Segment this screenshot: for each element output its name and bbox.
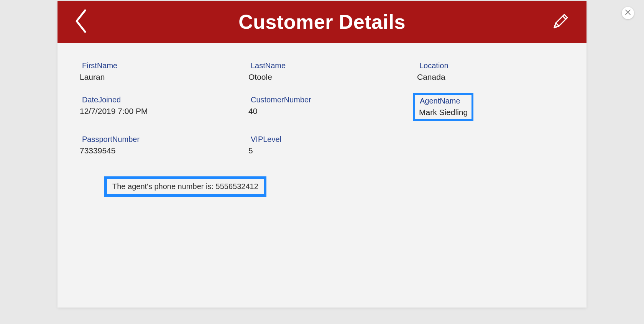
agent-phone-prefix: The agent's phone number is:: [112, 182, 216, 191]
close-button[interactable]: [622, 7, 634, 19]
agent-phone-text: The agent's phone number is: 5556532412: [112, 182, 258, 191]
page: Customer Details FirstName Lauran: [0, 0, 644, 324]
pencil-icon: [551, 12, 570, 32]
edit-button[interactable]: [550, 12, 571, 33]
label-first-name: FirstName: [82, 61, 240, 70]
label-last-name: LastName: [251, 61, 409, 70]
field-location: Location Canada: [416, 61, 585, 82]
field-first-name: FirstName Lauran: [79, 61, 248, 82]
chevron-left-icon: [74, 9, 87, 35]
value-location: Canada: [417, 72, 577, 82]
field-agent-name: AgentName Mark Siedling: [416, 95, 585, 121]
field-grid: FirstName Lauran LastName Otoole Locatio…: [79, 61, 586, 155]
value-first-name: Lauran: [80, 72, 240, 82]
value-date-joined: 12/7/2019 7:00 PM: [80, 107, 240, 116]
value-passport-number: 73339545: [80, 146, 240, 155]
field-date-joined: DateJoined 12/7/2019 7:00 PM: [79, 95, 248, 121]
label-customer-number: CustomerNumber: [251, 95, 409, 104]
field-passport-number: PassportNumber 73339545: [79, 135, 248, 155]
label-location: Location: [419, 61, 577, 70]
close-icon: [625, 10, 631, 16]
value-agent-name: Mark Siedling: [419, 108, 468, 117]
field-last-name: LastName Otoole: [248, 61, 416, 82]
value-last-name: Otoole: [248, 72, 409, 82]
label-vip-level: VIPLevel: [251, 135, 409, 144]
field-empty: [416, 135, 585, 155]
page-title: Customer Details: [238, 10, 406, 33]
agent-phone-value: 5556532412: [216, 182, 258, 191]
back-button[interactable]: [73, 9, 88, 35]
details-body: FirstName Lauran LastName Otoole Locatio…: [58, 43, 586, 155]
field-customer-number: CustomerNumber 40: [248, 95, 416, 121]
value-customer-number: 40: [248, 107, 409, 116]
agent-phone-highlight: The agent's phone number is: 5556532412: [104, 176, 266, 197]
agent-name-highlight: AgentName Mark Siedling: [413, 93, 473, 121]
field-vip-level: VIPLevel 5: [248, 135, 416, 155]
label-passport-number: PassportNumber: [82, 135, 240, 144]
label-agent-name: AgentName: [420, 97, 468, 105]
value-vip-level: 5: [248, 146, 409, 155]
label-date-joined: DateJoined: [82, 95, 240, 104]
header-bar: Customer Details: [58, 1, 586, 43]
details-card: Customer Details FirstName Lauran: [58, 1, 586, 308]
